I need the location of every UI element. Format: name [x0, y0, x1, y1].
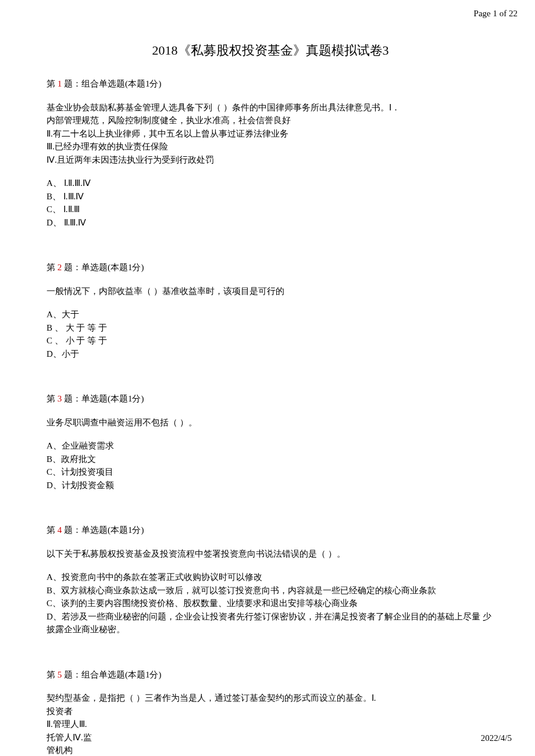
- question-option: C、谈判的主要内容围绕投资价格、股权数量、业绩要求和退出安排等核心商业条: [47, 597, 494, 610]
- question-header: 第 2 题：单选题(本题1分): [47, 261, 494, 274]
- question-options: A、投资意向书中的条款在签署正式收购协议时可以修改B、双方就核心商业条款达成一致…: [47, 571, 494, 636]
- question-block: 第 4 题：单选题(本题1分)以下关于私募股权投资基金及投资流程中签署投资意向书…: [47, 524, 494, 636]
- document-title: 2018《私募股权投资基金》真题模拟试卷3: [47, 41, 494, 60]
- question-block: 第 2 题：单选题(本题1分)一般情况下，内部收益率（ ）基准收益率时，该项目是…: [47, 261, 494, 360]
- question-label-suffix: 题：单选题(本题1分): [62, 525, 144, 535]
- question-body: 基金业协会鼓励私募基金管理人选具备下列（ ）条件的中国律师事务所出具法律意见书。…: [47, 101, 494, 167]
- question-label-prefix: 第: [47, 670, 58, 679]
- question-option: C 、 小 于 等 于: [47, 334, 494, 347]
- question-option: D、若涉及一些商业秘密的问题，企业会让投资者先行签订保密协议，并在满足投资者了解…: [47, 610, 494, 636]
- question-body-line: 投资者: [47, 705, 494, 718]
- question-options: A、 Ⅰ.Ⅱ.Ⅲ.ⅣB、 Ⅰ.Ⅲ.ⅣC、 Ⅰ.Ⅱ.ⅢD、 Ⅱ.Ⅲ.Ⅳ: [47, 177, 494, 229]
- question-option: D、小于: [47, 347, 494, 361]
- question-body-line: 一般情况下，内部收益率（ ）基准收益率时，该项目是可行的: [47, 285, 494, 298]
- question-body-line: 业务尽职调查中融资运用不包括（ ）。: [47, 416, 494, 429]
- question-option: B 、 大 于 等 于: [47, 321, 494, 335]
- question-option: A、大于: [47, 308, 494, 321]
- question-option: D、 Ⅱ.Ⅲ.Ⅳ: [47, 216, 494, 230]
- question-label-suffix: 题：单选题(本题1分): [62, 263, 144, 272]
- question-option: C、计划投资项目: [47, 465, 494, 479]
- question-block: 第 1 题：组合单选题(本题1分)基金业协会鼓励私募基金管理人选具备下列（ ）条…: [47, 77, 494, 229]
- page-number: Page 1 of 22: [474, 7, 518, 20]
- question-option: C、 Ⅰ.Ⅱ.Ⅲ: [47, 203, 494, 216]
- question-option: B、双方就核心商业条款达成一致后，就可以签订投资意向书，内容就是一些已经确定的核…: [47, 584, 494, 597]
- question-body-line: Ⅳ.且近两年未因违法执业行为受到行政处罚: [47, 153, 494, 167]
- question-body: 业务尽职调查中融资运用不包括（ ）。: [47, 416, 494, 429]
- question-body: 一般情况下，内部收益率（ ）基准收益率时，该项目是可行的: [47, 285, 494, 298]
- question-block: 第 5 题：组合单选题(本题1分)契约型基金，是指把（ ）三者作为当是人，通过签…: [47, 668, 494, 757]
- question-body-line: 内部管理规范，风险控制制度健全，执业水准高，社会信誉良好: [47, 114, 494, 127]
- question-block: 第 3 题：单选题(本题1分)业务尽职调查中融资运用不包括（ ）。A、企业融资需…: [47, 392, 494, 492]
- question-label-suffix: 题：单选题(本题1分): [62, 394, 144, 403]
- question-option: A、投资意向书中的条款在签署正式收购协议时可以修改: [47, 571, 494, 584]
- question-body: 契约型基金，是指把（ ）三者作为当是人，通过签订基金契约的形式而设立的基金。Ⅰ.…: [47, 691, 494, 756]
- question-options: A、企业融资需求B、政府批文C、计划投资项目D、计划投资金额: [47, 439, 494, 492]
- question-header: 第 4 题：单选题(本题1分): [47, 524, 494, 537]
- question-body-line: Ⅲ.已经办理有效的执业责任保险: [47, 140, 494, 153]
- question-label-prefix: 第: [47, 394, 58, 403]
- question-body-line: 以下关于私募股权投资基金及投资流程中签署投资意向书说法错误的是（ ）。: [47, 547, 494, 561]
- question-body-line: 契约型基金，是指把（ ）三者作为当是人，通过签订基金契约的形式而设立的基金。Ⅰ.: [47, 691, 494, 705]
- question-body-line: Ⅱ.管理人Ⅲ.: [47, 718, 494, 731]
- question-label-prefix: 第: [47, 79, 58, 88]
- question-option: A、企业融资需求: [47, 439, 494, 453]
- question-label-suffix: 题：组合单选题(本题1分): [62, 670, 161, 679]
- question-header: 第 3 题：单选题(本题1分): [47, 392, 494, 406]
- question-body-line: Ⅱ.有二十名以上执业律师，其中五名以上曾从事过证券法律业务: [47, 127, 494, 141]
- question-label-prefix: 第: [47, 525, 58, 535]
- question-option: B、政府批文: [47, 453, 494, 466]
- question-options: A、大于B 、 大 于 等 于C 、 小 于 等 于D、小于: [47, 308, 494, 360]
- question-body-line: 托管人Ⅳ.监: [47, 731, 494, 744]
- question-option: D、计划投资金额: [47, 479, 494, 492]
- question-label-prefix: 第: [47, 263, 58, 272]
- question-body-line: 基金业协会鼓励私募基金管理人选具备下列（ ）条件的中国律师事务所出具法律意见书。…: [47, 101, 494, 114]
- question-header: 第 5 题：组合单选题(本题1分): [47, 668, 494, 682]
- question-option: B、 Ⅰ.Ⅲ.Ⅳ: [47, 190, 494, 203]
- question-option: A、 Ⅰ.Ⅱ.Ⅲ.Ⅳ: [47, 177, 494, 190]
- page-date: 2022/4/5: [481, 732, 512, 745]
- question-body-line: 管机构: [47, 744, 494, 756]
- question-header: 第 1 题：组合单选题(本题1分): [47, 77, 494, 91]
- question-label-suffix: 题：组合单选题(本题1分): [62, 79, 161, 88]
- question-body: 以下关于私募股权投资基金及投资流程中签署投资意向书说法错误的是（ ）。: [47, 547, 494, 561]
